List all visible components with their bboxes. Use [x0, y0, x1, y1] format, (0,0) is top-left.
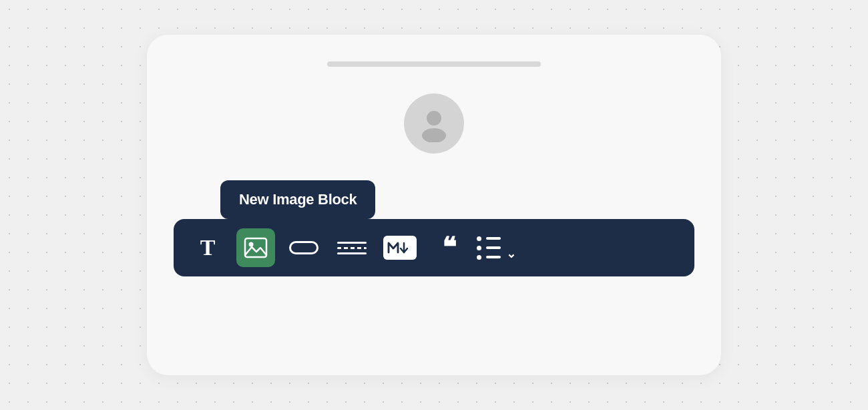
divider-block-button[interactable] [333, 228, 371, 267]
svg-point-0 [427, 111, 441, 126]
toolbar-wrapper: New Image Block T [174, 180, 694, 276]
svg-rect-4 [386, 239, 414, 256]
divider-icon [337, 242, 367, 254]
avatar-icon [415, 105, 453, 142]
main-card: New Image Block T [147, 35, 721, 375]
tooltip-text: New Image Block [239, 191, 357, 208]
text-icon: T [200, 236, 216, 259]
image-icon [243, 235, 268, 260]
markdown-block-button[interactable] [381, 228, 419, 267]
toolbar: T [174, 219, 694, 276]
list-icon: ⌄ [477, 236, 516, 260]
list-block-button[interactable]: ⌄ [477, 228, 515, 267]
pill-icon [289, 241, 318, 254]
markdown-icon [383, 236, 417, 260]
svg-point-3 [249, 242, 254, 247]
svg-rect-2 [245, 238, 266, 257]
text-block-button[interactable]: T [188, 228, 227, 267]
avatar [404, 93, 464, 154]
button-block-button[interactable] [284, 228, 323, 267]
quote-block-button[interactable]: ❝ [429, 228, 467, 267]
quote-icon: ❝ [442, 237, 454, 258]
tooltip: New Image Block [220, 180, 375, 219]
title-bar [327, 61, 541, 67]
svg-point-1 [422, 128, 446, 142]
image-block-button[interactable] [236, 228, 275, 267]
